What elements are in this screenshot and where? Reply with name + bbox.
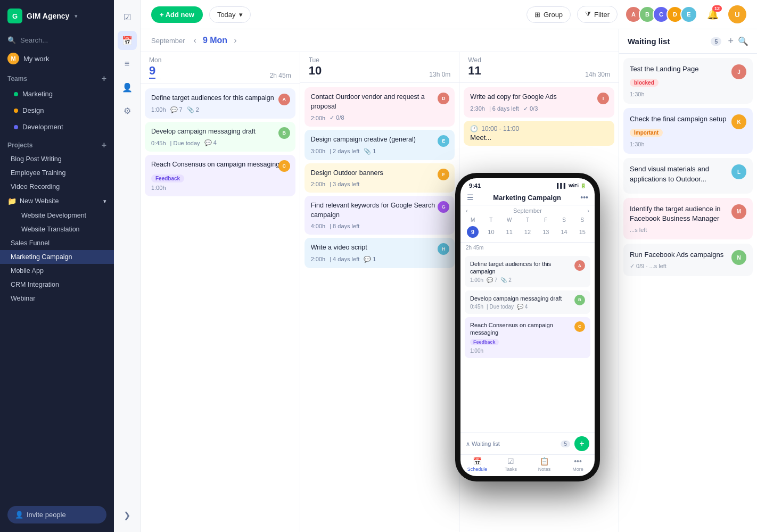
project-item-crm-integration[interactable]: CRM Integration <box>0 278 114 292</box>
phone-tab-more[interactable]: ••• More <box>561 457 595 472</box>
phone-month-nav: ‹ September › <box>460 205 595 216</box>
phone-waiting-bar: ∧ Waiting list 5 + <box>460 433 595 454</box>
avatar: B <box>278 127 290 139</box>
calendar-col-header-mon: Mon 9 2h 45m <box>141 52 300 84</box>
teams-section-header: Teams + <box>0 69 114 86</box>
dot-icon <box>14 109 18 113</box>
user-avatar[interactable]: U <box>728 5 746 23</box>
calendar-col-tue-body: D Contact Ourdoor vendor and request a p… <box>300 83 459 272</box>
sidebar-item-design[interactable]: Design <box>3 103 111 118</box>
project-sub-website-trans[interactable]: Website Translation <box>0 222 114 236</box>
sidebar-item-development[interactable]: Development <box>3 119 111 135</box>
waiting-list-card[interactable]: Test the Landing Page blocked 1:30h J <box>623 58 753 104</box>
task-card[interactable]: F Design Outdoor banners 2:00h | 3 days … <box>305 163 455 193</box>
chevron-down-icon: ▾ <box>75 13 78 20</box>
phone-fab[interactable]: + <box>574 436 589 451</box>
topbar: + Add new Today ▾ ⊞ Group ⧩ Filter A B C… <box>141 0 757 29</box>
phone-tab-tasks[interactable]: ☑ Tasks <box>494 457 528 472</box>
task-card[interactable]: H Write a video script 2:00h | 4 days le… <box>305 238 455 268</box>
waiting-list-card[interactable]: Check the final campaign setup Important… <box>623 108 753 154</box>
task-tag-blocked: blocked <box>630 79 659 87</box>
waiting-list-count: 5 <box>711 37 721 46</box>
calendar-col-mon: Mon 9 2h 45m A Define target audiences f… <box>141 52 300 532</box>
project-item-employee-training[interactable]: Employee Training <box>0 166 114 180</box>
phone-task-list: Define target audiences for this campaig… <box>460 253 595 433</box>
avatar: L <box>731 164 746 179</box>
waiting-list-search-button[interactable]: 🔍 <box>738 36 748 46</box>
notification-badge: 12 <box>712 5 722 12</box>
calendar-nav-left[interactable]: ‹ <box>192 34 199 47</box>
avatar: B <box>574 295 585 305</box>
phone-task-card[interactable]: Reach Consensus on campaign messaging Fe… <box>465 317 590 359</box>
sidebar-logo: G <box>7 9 22 23</box>
hamburger-icon[interactable]: ☰ <box>467 193 474 202</box>
avatar: E <box>438 135 449 147</box>
phone-tabbar: 📅 Schedule ☑ Tasks 📋 Notes ••• More <box>460 454 595 476</box>
task-tag: Feedback <box>151 174 184 182</box>
phone-dates: 9 10 11 12 13 14 15 <box>460 224 595 242</box>
sidebar-item-marketing[interactable]: Marketing <box>3 86 111 102</box>
project-item-video-recording[interactable]: Video Recording <box>0 180 114 194</box>
project-item-mobile-app[interactable]: Mobile App <box>0 264 114 278</box>
project-item-blog-post[interactable]: Blog Post Writing <box>0 152 114 166</box>
project-item-webinar[interactable]: Webinar <box>0 292 114 305</box>
more-icon[interactable]: ••• <box>580 193 588 202</box>
project-item-new-website[interactable]: 📁 New Website ▾ <box>0 194 114 209</box>
invite-people-button[interactable]: 👤 Invite people <box>7 506 106 523</box>
waiting-list-card[interactable]: Identify the target audience in Facebook… <box>623 198 753 239</box>
add-project-button[interactable]: + <box>102 140 106 150</box>
toolbar-person-icon[interactable]: 👤 <box>118 78 137 97</box>
task-card[interactable]: A Define target audiences for this campa… <box>145 88 295 119</box>
toolbar-check-icon[interactable]: ☑ <box>118 7 137 27</box>
task-card[interactable]: C Reach Consensus on campaign messaging … <box>145 155 295 196</box>
waiting-list-card[interactable]: Run Facebook Ads campaigns ✓ 0/9 · ...s … <box>623 244 753 276</box>
filter-button[interactable]: ⧩ Filter <box>577 6 618 23</box>
task-card[interactable]: G Find relevant keywords for Google Sear… <box>305 196 455 235</box>
phone-tab-notes[interactable]: 📋 Notes <box>528 457 561 472</box>
phone-task-card[interactable]: Develop campaign messaging draft 0:45h| … <box>465 290 590 314</box>
calendar-nav-right[interactable]: › <box>232 34 238 47</box>
add-new-button[interactable]: + Add new <box>151 6 203 23</box>
main-content: + Add new Today ▾ ⊞ Group ⧩ Filter A B C… <box>141 0 757 532</box>
phone-nav-right[interactable]: › <box>587 207 589 214</box>
waiting-list-card[interactable]: Send visual materials and applications t… <box>623 158 753 193</box>
avatar: K <box>731 114 746 129</box>
sidebar-mywork[interactable]: M My work <box>0 48 114 69</box>
group-icon: ⊞ <box>534 11 540 19</box>
project-item-marketing-campaign[interactable]: Marketing Campaign <box>0 250 114 264</box>
phone-overlay: 9:41 ▌▌▌ WiFi 🔋 ☰ Marketing Campaign •••… <box>455 173 600 481</box>
avatar: C <box>574 321 585 332</box>
toolbar-collapse-icon[interactable]: ❯ <box>118 505 137 525</box>
avatar: M <box>731 204 746 219</box>
task-card[interactable]: B Develop campaign messaging draft 0:45h… <box>145 122 295 152</box>
toolbar-list-icon[interactable]: ≡ <box>118 54 137 73</box>
toolbar-calendar-icon[interactable]: 📅 <box>118 31 137 50</box>
phone-waiting-count: 5 <box>561 440 570 447</box>
task-card[interactable]: I Write ad copy for Google Ads 2:30h | 6… <box>464 87 614 118</box>
task-card[interactable]: E Design campaign creative (general) 3:0… <box>305 130 455 160</box>
team-avatars: A B C D E <box>628 6 697 23</box>
sidebar-search[interactable]: 🔍 Search... <box>0 32 114 48</box>
waiting-list-add-button[interactable]: + <box>728 36 734 47</box>
avatar: F <box>438 169 449 180</box>
project-item-sales-funnel[interactable]: Sales Funnel <box>0 236 114 250</box>
phone-frame: 9:41 ▌▌▌ WiFi 🔋 ☰ Marketing Campaign •••… <box>455 173 600 481</box>
task-card[interactable]: D Contact Ourdoor vendor and request a p… <box>305 87 455 127</box>
avatar: A <box>574 260 585 271</box>
phone-tab-schedule[interactable]: 📅 Schedule <box>460 457 494 472</box>
today-button[interactable]: Today ▾ <box>209 6 251 23</box>
calendar-col-mon-body: A Define target audiences for this campa… <box>141 84 300 201</box>
search-icon: 🔍 <box>7 36 16 44</box>
task-tag-important: Important <box>630 129 663 137</box>
avatar: N <box>731 250 746 265</box>
phone-task-card[interactable]: Define target audiences for this campaig… <box>465 256 590 287</box>
project-sub-website-dev[interactable]: Website Development <box>0 209 114 222</box>
avatar: J <box>731 64 746 79</box>
phone-nav-left[interactable]: ‹ <box>466 207 468 214</box>
toolbar-gear-icon[interactable]: ⚙ <box>118 101 137 120</box>
selected-date: 9 Mon <box>203 36 227 45</box>
avatar: M <box>7 53 19 64</box>
group-button[interactable]: ⊞ Group <box>526 6 571 23</box>
add-team-button[interactable]: + <box>102 74 106 84</box>
notifications-button[interactable]: 🔔 12 <box>704 5 722 23</box>
